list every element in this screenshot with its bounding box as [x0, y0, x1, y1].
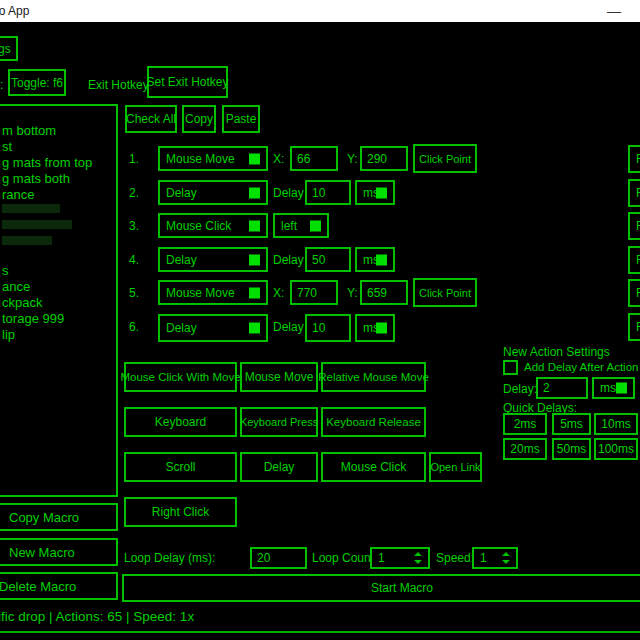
action-type-dropdown[interactable]: Delay — [158, 247, 268, 272]
dropdown-square-icon — [249, 287, 260, 298]
new-action-delay-unit-dropdown[interactable]: ms — [592, 377, 635, 399]
actions-list[interactable]: Check All Copy Paste 1. Mouse Move X: Y:… — [122, 100, 640, 342]
delay-label: Delay — [273, 253, 304, 267]
macro-list-item-dim[interactable] — [2, 204, 60, 213]
set-exit-hotkey-button[interactable]: Set Exit Hotkey — [147, 66, 228, 98]
y-label: Y: — [347, 152, 358, 166]
copy-button[interactable]: Copy — [182, 105, 216, 133]
x-coordinate-input[interactable] — [290, 146, 338, 171]
quick-delay-50ms-button[interactable]: 50ms — [552, 438, 591, 460]
title-bar: Macro App — — [0, 0, 640, 22]
speed-stepper[interactable]: 1 — [472, 547, 518, 569]
macro-list-item[interactable]: m bottom — [2, 123, 56, 138]
stepper-arrows-icon[interactable] — [502, 549, 510, 567]
macro-list-item[interactable]: s — [2, 263, 9, 278]
dropdown-square-icon — [249, 323, 260, 334]
action-row-number: 5. — [129, 286, 139, 300]
y-coordinate-input[interactable] — [360, 280, 408, 305]
quick-delay-100ms-button[interactable]: 100ms — [594, 438, 638, 460]
copy-macro-button[interactable]: Copy Macro — [0, 503, 118, 531]
delay-unit-dropdown[interactable]: ms — [355, 314, 395, 342]
exit-hotkey-label: Exit Hotkey: — [88, 78, 152, 92]
add-keyboard-press-button[interactable]: Keyboard Press — [240, 407, 318, 437]
action-row-number: 3. — [129, 219, 139, 233]
macro-list-item[interactable]: torage 999 — [2, 311, 64, 326]
action-row-number: 4. — [129, 253, 139, 267]
dropdown-square-icon — [249, 254, 260, 265]
quick-delay-2ms-button[interactable]: 2ms — [503, 413, 547, 435]
minimize-icon[interactable]: — — [600, 1, 628, 21]
toggle-hotkey-button[interactable]: Toggle: f6 — [8, 69, 66, 96]
macro-list-item[interactable]: ckpack — [2, 295, 42, 310]
action-row-number: 1. — [129, 152, 139, 166]
loop-count-stepper[interactable]: 1 — [370, 547, 430, 569]
macro-list-item-dim[interactable] — [2, 236, 52, 245]
remove-action-button[interactable]: Remove — [628, 179, 640, 207]
quick-delay-10ms-button[interactable]: 10ms — [594, 413, 638, 435]
stepper-arrows-icon[interactable] — [414, 549, 422, 567]
paste-button[interactable]: Paste — [222, 105, 260, 133]
x-coordinate-input[interactable] — [290, 280, 338, 305]
new-macro-button[interactable]: New Macro — [0, 538, 118, 566]
dropdown-square-icon — [249, 220, 260, 231]
action-type-dropdown[interactable]: Mouse Move — [158, 146, 268, 171]
dropdown-square-icon — [376, 323, 387, 334]
delay-unit-dropdown[interactable]: ms — [355, 180, 395, 205]
remove-action-button[interactable]: Remove — [628, 212, 640, 240]
dropdown-square-icon — [249, 153, 260, 164]
delay-value-input[interactable] — [305, 180, 351, 205]
add-keyboard-button[interactable]: Keyboard — [124, 407, 237, 437]
quick-delay-20ms-button[interactable]: 20ms — [503, 438, 547, 460]
dropdown-square-icon — [249, 187, 260, 198]
quick-delay-5ms-button[interactable]: 5ms — [552, 413, 591, 435]
loop-delay-input[interactable] — [250, 547, 307, 569]
add-open-link-button[interactable]: Open Link — [429, 452, 482, 482]
add-mouse-click-button[interactable]: Mouse Click — [321, 452, 426, 482]
action-type-dropdown[interactable]: Delay — [158, 314, 268, 342]
dropdown-square-icon — [376, 187, 387, 198]
new-action-delay-label: Delay: — [503, 382, 537, 396]
status-bar-divider — [0, 631, 640, 633]
remove-action-button[interactable]: Remove — [628, 313, 640, 341]
remove-action-button[interactable]: Remove — [628, 246, 640, 274]
macro-list-item[interactable]: ance — [2, 279, 30, 294]
dropdown-square-icon — [616, 383, 627, 394]
action-type-dropdown[interactable]: Mouse Click — [158, 213, 268, 238]
add-mouse-click-with-move-button[interactable]: Mouse Click With Move — [124, 362, 237, 392]
x-label: X: — [273, 152, 284, 166]
add-scroll-button[interactable]: Scroll — [124, 452, 237, 482]
delay-label: Delay — [273, 186, 304, 200]
action-type-dropdown[interactable]: Delay — [158, 180, 268, 205]
add-keyboard-release-button[interactable]: Keyboard Release — [321, 407, 426, 437]
add-delay-after-action-checkbox[interactable] — [503, 360, 518, 375]
add-mouse-move-button[interactable]: Mouse Move — [240, 362, 318, 392]
mouse-button-dropdown[interactable]: left — [273, 213, 329, 238]
dropdown-square-icon — [310, 220, 321, 231]
macro-list-item[interactable]: g mats both — [2, 171, 70, 186]
macro-list-item[interactable]: lip — [2, 327, 15, 342]
action-type-dropdown[interactable]: Mouse Move — [158, 280, 268, 305]
macro-list-item[interactable]: g mats from top — [2, 155, 92, 170]
add-delay-button[interactable]: Delay — [240, 452, 318, 482]
delay-value-input[interactable] — [305, 247, 351, 272]
click-point-button[interactable]: Click Point — [413, 144, 477, 173]
macro-list-item-dim[interactable] — [2, 220, 72, 229]
delay-label: Delay — [273, 320, 304, 334]
delete-macro-button[interactable]: Delete Macro — [0, 572, 118, 600]
click-point-button[interactable]: Click Point — [413, 278, 477, 307]
new-action-delay-input[interactable] — [536, 377, 588, 399]
start-macro-button[interactable]: Start Macro — [122, 574, 640, 602]
delay-value-input[interactable] — [305, 314, 351, 342]
add-relative-mouse-move-button[interactable]: Relative Mouse Move — [321, 362, 426, 392]
y-coordinate-input[interactable] — [360, 146, 408, 171]
remove-action-button[interactable]: Remove — [628, 279, 640, 307]
add-right-click-button[interactable]: Right Click — [124, 497, 237, 527]
macro-list-item[interactable]: st — [2, 139, 12, 154]
macro-list[interactable]: m bottom st g mats from top g mats both … — [0, 104, 118, 497]
dropdown-square-icon — [376, 254, 387, 265]
check-all-button[interactable]: Check All — [125, 105, 177, 133]
remove-action-button[interactable]: Remove — [628, 145, 640, 173]
menu-settings[interactable]: Settings — [0, 36, 18, 61]
macro-list-item[interactable]: rance — [2, 187, 35, 202]
delay-unit-dropdown[interactable]: ms — [355, 247, 395, 272]
